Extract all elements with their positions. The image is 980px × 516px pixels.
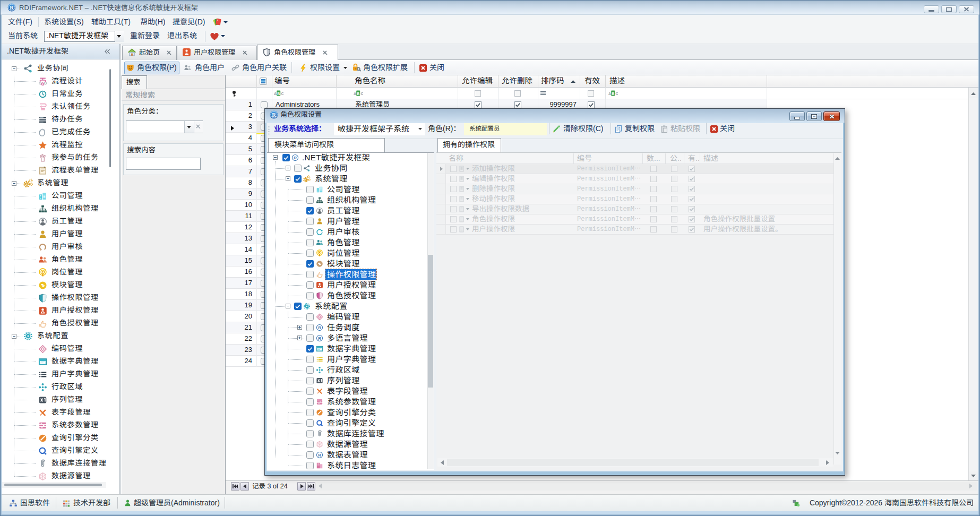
- svg-text:R: R: [272, 112, 276, 118]
- svg-text:C: C: [281, 92, 283, 96]
- svg-text:B: B: [357, 92, 359, 96]
- svg-text:B: B: [612, 92, 614, 96]
- svg-text:B: B: [277, 92, 280, 96]
- svg-text:R: R: [318, 336, 321, 341]
- svg-text:R: R: [294, 156, 297, 160]
- svg-text:C: C: [360, 92, 363, 96]
- svg-text:A: A: [608, 92, 611, 96]
- svg-text:R: R: [10, 5, 14, 11]
- svg-text:R: R: [318, 325, 321, 330]
- svg-text:R: R: [318, 453, 321, 458]
- svg-text:A: A: [274, 92, 277, 96]
- svg-text:C: C: [615, 92, 618, 96]
- svg-text:A: A: [354, 92, 356, 96]
